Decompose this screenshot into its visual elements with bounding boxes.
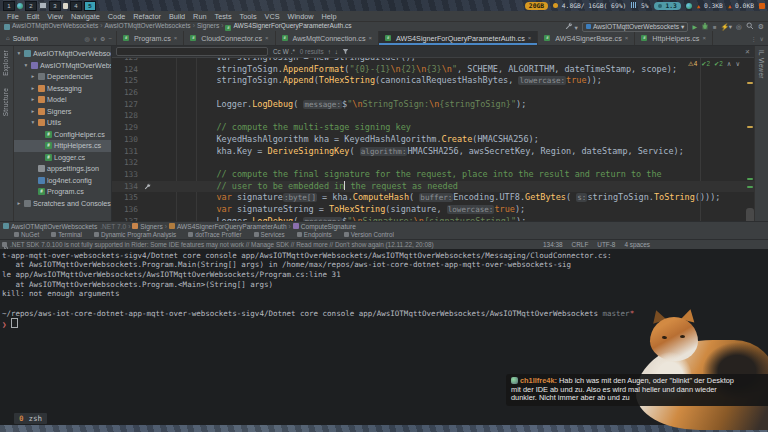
toolwindow-services[interactable]: Services: [254, 231, 285, 238]
tab-awsmqttconnection-cs[interactable]: #AwsMqttConnection.cs×: [276, 31, 380, 45]
find-prev-icon[interactable]: ↑: [328, 48, 331, 55]
tab-aws4signerbase-cs[interactable]: #AWS4SignerBase.cs×: [538, 31, 635, 45]
gutter[interactable]: [143, 110, 155, 122]
tree-item-httphelpers-cs[interactable]: #HttpHelpers.cs: [14, 140, 111, 152]
close-tab-icon[interactable]: ×: [265, 35, 269, 41]
caret-line-wrench-icon[interactable]: [143, 181, 155, 193]
tree-item-logger-cs[interactable]: #Logger.cs: [14, 152, 111, 164]
menu-window[interactable]: Window: [284, 12, 318, 21]
code-area[interactable]: 123 var stringToSign = new StringBuilder…: [112, 58, 754, 221]
scroll-mark-warning[interactable]: [747, 82, 753, 84]
tab-cloudconnector-cs[interactable]: #CloudConnector.cs×: [184, 31, 275, 45]
nav-item-signers[interactable]: Signers: [132, 223, 162, 230]
code-line-131[interactable]: 131 kha.Key = DeriveSigningKey( algorith…: [112, 146, 754, 158]
workspace-5[interactable]: 5: [84, 1, 96, 11]
workspace-1[interactable]: 1: [3, 1, 15, 11]
chevron-right-icon[interactable]: ▸: [30, 106, 36, 118]
code-line-124[interactable]: 124 stringToSign.AppendFormat("{0}-{1}\n…: [112, 64, 754, 76]
gutter[interactable]: [143, 87, 155, 99]
breadcrumb-item[interactable]: AwsIOTMqttOverWebsockets: [12, 22, 98, 29]
editor-scrollbar[interactable]: [745, 58, 754, 221]
line-number[interactable]: 125: [112, 75, 143, 87]
chevron-down-icon[interactable]: ▾: [30, 117, 36, 129]
panel-settings-icon[interactable]: ⚙: [100, 35, 105, 42]
menu-help[interactable]: Help: [318, 12, 341, 21]
tree-item-program-cs[interactable]: #Program.cs: [14, 186, 111, 198]
scrollbar-thumb[interactable]: [746, 208, 754, 221]
next-issue-icon[interactable]: ∨: [735, 60, 740, 67]
find-toggle-W[interactable]: W: [282, 48, 290, 55]
nav-item-aws4signerforqueryparameterauth[interactable]: AWS4SignerForQueryParameterAuth: [169, 223, 287, 230]
coverage-button[interactable]: ◎: [736, 23, 742, 31]
tab-program-cs[interactable]: #Program.cs×: [117, 31, 184, 45]
toolwindow-dottrace-profiler[interactable]: dotTrace Profiler: [188, 231, 241, 238]
chevron-right-icon[interactable]: ▸: [16, 198, 22, 210]
toolwindow-nuget[interactable]: NuGet: [14, 231, 39, 238]
line-number[interactable]: 132: [112, 157, 143, 169]
line-number[interactable]: 124: [112, 64, 143, 76]
toolwindow-endpoints[interactable]: Endpoints: [297, 231, 332, 238]
code-line-126[interactable]: 126: [112, 87, 754, 99]
line-number[interactable]: 137: [112, 216, 143, 221]
tool-stripe-explorer[interactable]: Explorer: [2, 50, 9, 76]
tab-aws4signerforqueryparameterauth-cs[interactable]: #AWS4SignerForQueryParameterAuth.cs×: [379, 31, 538, 45]
gutter[interactable]: [143, 204, 155, 216]
line-number[interactable]: 134: [112, 181, 143, 193]
breadcrumb-item[interactable]: Signers: [197, 22, 219, 29]
toolwindow-dynamic-program-analysis[interactable]: Dynamic Program Analysis: [94, 231, 176, 238]
tool-stripe-structure[interactable]: Structure: [2, 88, 9, 116]
scroll-mark-ok[interactable]: [747, 178, 753, 180]
menu-file[interactable]: File: [3, 12, 23, 21]
tree-item-model[interactable]: ▸Model: [14, 94, 111, 106]
menu-vcs[interactable]: VCS: [261, 12, 284, 21]
close-tab-icon[interactable]: ×: [702, 35, 706, 41]
tab-list-icon[interactable]: ⋮: [751, 35, 757, 42]
code-line-133[interactable]: 133 // compute the final signature for t…: [112, 169, 754, 181]
line-number[interactable]: 135: [112, 192, 143, 204]
gutter[interactable]: [143, 64, 155, 76]
code-line-129[interactable]: 129 // compute the multi-stage signing k…: [112, 122, 754, 134]
menu-edit[interactable]: Edit: [23, 12, 44, 21]
scroll-mark-warning[interactable]: [747, 126, 753, 128]
chevron-right-icon[interactable]: ▸: [30, 94, 36, 106]
chevron-down-icon[interactable]: ▾: [16, 48, 22, 60]
line-number[interactable]: 130: [112, 134, 143, 146]
gutter[interactable]: [143, 192, 155, 204]
gutter[interactable]: [143, 134, 155, 146]
close-tab-icon[interactable]: ×: [528, 35, 532, 41]
menu-view[interactable]: View: [43, 12, 67, 21]
menu-navigate[interactable]: Navigate: [67, 12, 104, 21]
line-number[interactable]: 133: [112, 169, 143, 181]
tree-item-awsiotmqttoverwebsocke[interactable]: ▾AwsIOTMqttOverWebsocke: [14, 60, 111, 72]
toolwindow-version-control[interactable]: Version Control: [344, 231, 394, 238]
line-number[interactable]: 128: [112, 110, 143, 122]
line-number[interactable]: 127: [112, 99, 143, 111]
gutter[interactable]: [143, 122, 155, 134]
nav-item-computesignature[interactable]: ComputeSignature: [293, 223, 356, 230]
code-line-134[interactable]: 134 // user to be embedded in the reques…: [112, 181, 754, 193]
code-line-130[interactable]: 130 KeyedHashAlgorithm kha = KeyedHashAl…: [112, 134, 754, 146]
debug-button[interactable]: [701, 22, 709, 31]
tab-scroll-icon[interactable]: ∨: [760, 35, 764, 42]
tree-item-signers[interactable]: ▸Signers: [14, 106, 111, 118]
chevron-down-icon[interactable]: ▾: [23, 60, 29, 72]
tree-item-utils[interactable]: ▾Utils: [14, 117, 111, 129]
gutter[interactable]: [143, 216, 155, 221]
stop-button[interactable]: ■: [713, 24, 717, 30]
close-tab-icon[interactable]: ×: [625, 35, 629, 41]
settings-gear-icon[interactable]: ⚙: [758, 23, 764, 31]
tree-item-dependencies[interactable]: ▸Dependencies: [14, 71, 111, 83]
line-ending-widget[interactable]: CRLF: [572, 241, 589, 248]
code-line-137[interactable]: 137 Logger.LogDebug( message:$"\nSignatu…: [112, 216, 754, 221]
tree-item-scratches-and-consoles[interactable]: ▸Scratches and Consoles: [14, 198, 111, 210]
gutter[interactable]: [143, 169, 155, 181]
chevron-right-icon[interactable]: ▸: [30, 83, 36, 95]
tree-item-appsettings-json[interactable]: appsettings.json: [14, 163, 111, 175]
run-configuration-select[interactable]: AwsIOTMqttOverWebsockets ▾: [582, 22, 689, 32]
gutter[interactable]: [143, 75, 155, 87]
find-next-icon[interactable]: ↓: [335, 48, 338, 55]
sdk-warning-message[interactable]: .NET SDK 7.0.100 is not fully supported …: [10, 241, 434, 248]
code-line-135[interactable]: 135 var signature:byte[] = kha.ComputeHa…: [112, 192, 754, 204]
find-input[interactable]: [116, 47, 268, 56]
gutter[interactable]: [143, 146, 155, 158]
